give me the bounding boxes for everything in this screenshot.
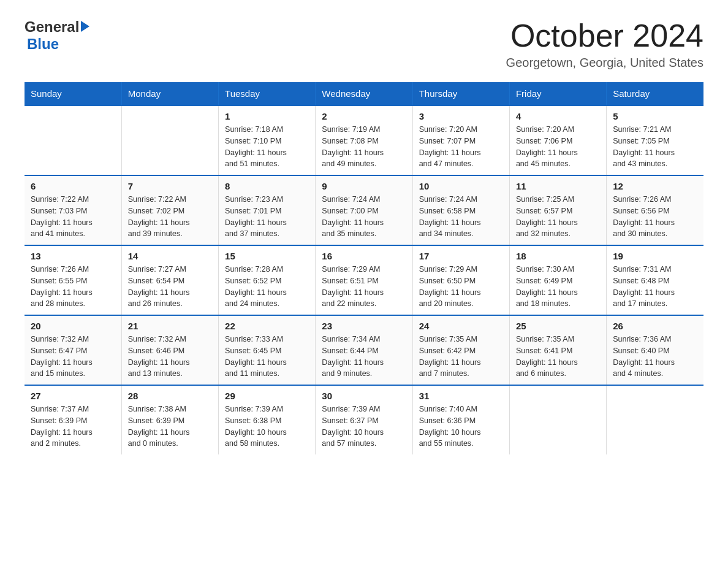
day-info: Sunrise: 7:35 AM Sunset: 6:41 PM Dayligh… [516,334,600,380]
calendar-cell [509,385,606,454]
calendar-cell: 2Sunrise: 7:19 AM Sunset: 7:08 PM Daylig… [316,105,412,175]
day-number: 24 [419,321,503,331]
calendar-cell: 30Sunrise: 7:39 AM Sunset: 6:37 PM Dayli… [316,385,412,454]
calendar-cell: 8Sunrise: 7:23 AM Sunset: 7:01 PM Daylig… [219,175,316,245]
day-info: Sunrise: 7:22 AM Sunset: 7:02 PM Dayligh… [128,194,212,240]
calendar-day-header: Wednesday [316,82,412,105]
day-number: 8 [225,181,309,191]
calendar-cell: 21Sunrise: 7:32 AM Sunset: 6:46 PM Dayli… [121,315,218,385]
day-info: Sunrise: 7:20 AM Sunset: 7:06 PM Dayligh… [516,124,600,170]
logo-blue-text: Blue [27,36,59,53]
calendar-cell: 31Sunrise: 7:40 AM Sunset: 6:36 PM Dayli… [412,385,509,454]
calendar-cell: 24Sunrise: 7:35 AM Sunset: 6:42 PM Dayli… [412,315,509,385]
calendar-cell: 7Sunrise: 7:22 AM Sunset: 7:02 PM Daylig… [121,175,218,245]
logo-triangle-icon [81,21,89,32]
day-number: 3 [419,111,503,121]
day-number: 1 [225,111,309,121]
calendar-cell: 11Sunrise: 7:25 AM Sunset: 6:57 PM Dayli… [509,175,606,245]
day-number: 11 [516,181,600,191]
calendar-cell: 23Sunrise: 7:34 AM Sunset: 6:44 PM Dayli… [316,315,412,385]
day-info: Sunrise: 7:39 AM Sunset: 6:38 PM Dayligh… [225,404,309,450]
day-info: Sunrise: 7:33 AM Sunset: 6:45 PM Dayligh… [225,334,309,380]
calendar-cell: 22Sunrise: 7:33 AM Sunset: 6:45 PM Dayli… [219,315,316,385]
day-info: Sunrise: 7:32 AM Sunset: 6:47 PM Dayligh… [31,334,115,380]
day-info: Sunrise: 7:27 AM Sunset: 6:54 PM Dayligh… [128,264,212,310]
day-info: Sunrise: 7:24 AM Sunset: 7:00 PM Dayligh… [322,194,406,240]
day-number: 15 [225,251,309,261]
calendar-day-header: Sunday [25,82,121,105]
calendar-day-header: Saturday [607,82,703,105]
day-number: 12 [613,181,697,191]
day-number: 23 [322,321,406,331]
day-number: 6 [31,181,115,191]
calendar-cell: 12Sunrise: 7:26 AM Sunset: 6:56 PM Dayli… [607,175,703,245]
calendar-cell: 5Sunrise: 7:21 AM Sunset: 7:05 PM Daylig… [607,105,703,175]
day-number: 21 [128,321,212,331]
calendar-cell: 19Sunrise: 7:31 AM Sunset: 6:48 PM Dayli… [607,245,703,315]
calendar-cell: 27Sunrise: 7:37 AM Sunset: 6:39 PM Dayli… [25,385,121,454]
day-info: Sunrise: 7:22 AM Sunset: 7:03 PM Dayligh… [31,194,115,240]
calendar-cell: 17Sunrise: 7:29 AM Sunset: 6:50 PM Dayli… [412,245,509,315]
calendar-cell: 10Sunrise: 7:24 AM Sunset: 6:58 PM Dayli… [412,175,509,245]
calendar-cell: 26Sunrise: 7:36 AM Sunset: 6:40 PM Dayli… [607,315,703,385]
day-number: 20 [31,321,115,331]
day-info: Sunrise: 7:34 AM Sunset: 6:44 PM Dayligh… [322,334,406,380]
calendar-cell [121,105,218,175]
logo: General Blue [25,18,89,53]
calendar-cell: 29Sunrise: 7:39 AM Sunset: 6:38 PM Dayli… [219,385,316,454]
title-section: October 2024 Georgetown, Georgia, United… [506,18,703,70]
day-number: 9 [322,181,406,191]
calendar-cell: 20Sunrise: 7:32 AM Sunset: 6:47 PM Dayli… [25,315,121,385]
calendar-day-header: Friday [509,82,606,105]
page-header: General Blue October 2024 Georgetown, Ge… [25,18,703,70]
day-number: 14 [128,251,212,261]
day-info: Sunrise: 7:36 AM Sunset: 6:40 PM Dayligh… [613,334,697,380]
calendar-cell [25,105,121,175]
calendar-week-row: 27Sunrise: 7:37 AM Sunset: 6:39 PM Dayli… [25,385,703,454]
day-info: Sunrise: 7:25 AM Sunset: 6:57 PM Dayligh… [516,194,600,240]
calendar-cell: 16Sunrise: 7:29 AM Sunset: 6:51 PM Dayli… [316,245,412,315]
day-info: Sunrise: 7:37 AM Sunset: 6:39 PM Dayligh… [31,404,115,450]
calendar-cell: 15Sunrise: 7:28 AM Sunset: 6:52 PM Dayli… [219,245,316,315]
day-info: Sunrise: 7:26 AM Sunset: 6:56 PM Dayligh… [613,194,697,240]
day-info: Sunrise: 7:23 AM Sunset: 7:01 PM Dayligh… [225,194,309,240]
day-number: 7 [128,181,212,191]
calendar-cell: 6Sunrise: 7:22 AM Sunset: 7:03 PM Daylig… [25,175,121,245]
day-number: 27 [31,391,115,401]
day-info: Sunrise: 7:35 AM Sunset: 6:42 PM Dayligh… [419,334,503,380]
day-number: 17 [419,251,503,261]
day-info: Sunrise: 7:31 AM Sunset: 6:48 PM Dayligh… [613,264,697,310]
day-number: 31 [419,391,503,401]
day-number: 26 [613,321,697,331]
day-number: 13 [31,251,115,261]
day-number: 19 [613,251,697,261]
calendar-day-header: Monday [121,82,218,105]
calendar-week-row: 1Sunrise: 7:18 AM Sunset: 7:10 PM Daylig… [25,105,703,175]
day-info: Sunrise: 7:29 AM Sunset: 6:51 PM Dayligh… [322,264,406,310]
day-number: 22 [225,321,309,331]
day-number: 30 [322,391,406,401]
calendar-cell: 9Sunrise: 7:24 AM Sunset: 7:00 PM Daylig… [316,175,412,245]
calendar-week-row: 20Sunrise: 7:32 AM Sunset: 6:47 PM Dayli… [25,315,703,385]
day-number: 5 [613,111,697,121]
day-number: 29 [225,391,309,401]
calendar-cell: 3Sunrise: 7:20 AM Sunset: 7:07 PM Daylig… [412,105,509,175]
day-number: 10 [419,181,503,191]
day-info: Sunrise: 7:40 AM Sunset: 6:36 PM Dayligh… [419,404,503,450]
day-info: Sunrise: 7:28 AM Sunset: 6:52 PM Dayligh… [225,264,309,310]
day-number: 16 [322,251,406,261]
calendar-day-header: Tuesday [219,82,316,105]
calendar-cell [607,385,703,454]
day-info: Sunrise: 7:29 AM Sunset: 6:50 PM Dayligh… [419,264,503,310]
month-title: October 2024 [506,18,703,53]
day-info: Sunrise: 7:39 AM Sunset: 6:37 PM Dayligh… [322,404,406,450]
calendar-cell: 28Sunrise: 7:38 AM Sunset: 6:39 PM Dayli… [121,385,218,454]
day-info: Sunrise: 7:38 AM Sunset: 6:39 PM Dayligh… [128,404,212,450]
calendar-cell: 25Sunrise: 7:35 AM Sunset: 6:41 PM Dayli… [509,315,606,385]
calendar-week-row: 6Sunrise: 7:22 AM Sunset: 7:03 PM Daylig… [25,175,703,245]
calendar-table: SundayMondayTuesdayWednesdayThursdayFrid… [25,82,703,454]
calendar-cell: 4Sunrise: 7:20 AM Sunset: 7:06 PM Daylig… [509,105,606,175]
day-number: 2 [322,111,406,121]
location-text: Georgetown, Georgia, United States [506,56,703,70]
day-number: 4 [516,111,600,121]
